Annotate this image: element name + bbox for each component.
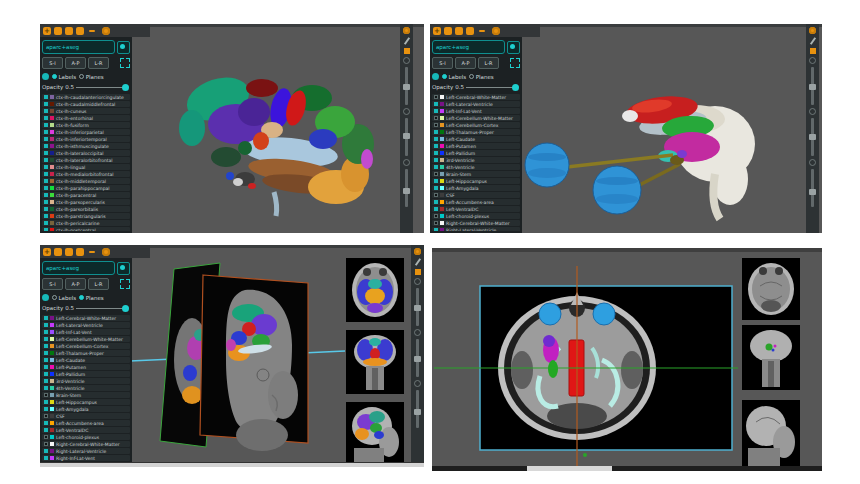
structure-row[interactable]: 4th-Ventricle [432, 164, 520, 170]
view-ap-button[interactable]: A-P [65, 278, 86, 290]
visibility-checkbox[interactable] [44, 414, 48, 418]
structure-row[interactable]: ctx-lh-lateralorbitofrontal [42, 157, 130, 163]
view-si-button[interactable]: S-I [42, 57, 63, 69]
palette-icon[interactable] [507, 41, 520, 54]
rotation-slider-y[interactable] [405, 118, 408, 156]
structure-row[interactable]: Left-Caudate [432, 136, 520, 142]
visibility-checkbox[interactable] [44, 151, 48, 155]
structure-row[interactable]: Brain-Stem [42, 392, 130, 398]
minimize-icon[interactable] [89, 30, 95, 32]
visibility-checkbox[interactable] [44, 344, 48, 348]
move-icon[interactable]: + [43, 27, 51, 35]
structure-row[interactable]: ctx-lh-caudalmiddlefrontal [42, 101, 130, 107]
structure-row[interactable]: Left-Cerebral-White-Matter [42, 315, 130, 321]
fit-view-icon[interactable] [510, 58, 520, 68]
palette-icon[interactable] [117, 262, 130, 275]
opacity-knob[interactable] [512, 84, 519, 91]
settings-icon[interactable] [809, 27, 816, 34]
settings-icon[interactable] [102, 248, 110, 256]
visibility-checkbox[interactable] [44, 323, 48, 327]
thumbnail-coronal[interactable] [742, 325, 800, 390]
structure-row[interactable]: ctx-lh-parstriangularis [42, 213, 130, 219]
slider-handle[interactable] [809, 84, 816, 90]
visibility-checkbox[interactable] [434, 123, 438, 127]
visibility-checkbox[interactable] [434, 186, 438, 190]
structure-row[interactable]: Left-Amygdala [432, 185, 520, 191]
visibility-checkbox[interactable] [434, 102, 438, 106]
visibility-checkbox[interactable] [434, 165, 438, 169]
fit-view-icon[interactable] [120, 58, 130, 68]
visibility-checkbox[interactable] [434, 221, 438, 225]
visibility-checkbox[interactable] [44, 456, 48, 460]
structure-row[interactable]: Left-Hippocampus [42, 399, 130, 405]
structure-row[interactable]: Left-Caudate [42, 357, 130, 363]
visibility-checkbox[interactable] [434, 172, 438, 176]
color-swatch-icon[interactable] [404, 48, 410, 54]
visibility-checkbox[interactable] [44, 449, 48, 453]
visibility-checkbox[interactable] [44, 207, 48, 211]
structure-row[interactable]: Brain-Stem [432, 171, 520, 177]
visibility-checkbox[interactable] [434, 214, 438, 218]
visibility-checkbox[interactable] [44, 365, 48, 369]
color-swatch-icon[interactable] [810, 48, 816, 54]
structure-row[interactable]: Right-Lateral-Ventricle [42, 448, 130, 454]
palette-icon[interactable] [117, 41, 130, 54]
rotation-slider-x[interactable] [416, 288, 419, 326]
color-swatch-icon[interactable] [415, 269, 421, 275]
visibility-checkbox[interactable] [44, 116, 48, 120]
visibility-checkbox[interactable] [44, 144, 48, 148]
structure-row[interactable]: Left-Cerebellum-White-Matter [432, 115, 520, 121]
visibility-checkbox[interactable] [44, 172, 48, 176]
measure-icon[interactable] [809, 37, 815, 45]
measure-icon[interactable] [414, 258, 420, 266]
visibility-checkbox[interactable] [434, 109, 438, 113]
rotate-reset-icon[interactable] [403, 159, 410, 166]
visibility-checkbox[interactable] [434, 228, 438, 231]
opacity-knob[interactable] [122, 305, 129, 312]
thumbnail-axial[interactable] [346, 258, 404, 322]
structure-row[interactable]: Left-Cerebral-White-Matter [432, 94, 520, 100]
radio-labels[interactable]: Labels [442, 74, 466, 80]
structure-row[interactable]: Left-choroid-plexus [432, 213, 520, 219]
rotation-slider-x[interactable] [811, 67, 814, 105]
visibility-checkbox[interactable] [434, 200, 438, 204]
slider-handle[interactable] [414, 356, 421, 362]
visibility-toggle-icon[interactable] [42, 73, 49, 80]
open-folder-icon[interactable] [466, 27, 474, 35]
visibility-checkbox[interactable] [44, 372, 48, 376]
structure-row[interactable]: ctx-lh-cuneus [42, 108, 130, 114]
move-icon[interactable]: + [433, 27, 441, 35]
structure-row[interactable]: ctx-lh-parahippocampal [42, 185, 130, 191]
visibility-checkbox[interactable] [434, 179, 438, 183]
rotate-reset-icon[interactable] [809, 159, 816, 166]
visibility-checkbox[interactable] [44, 95, 48, 99]
structure-row[interactable]: 3rd-Ventricle [432, 157, 520, 163]
rotation-slider-z[interactable] [416, 390, 419, 428]
export-icon[interactable] [65, 248, 73, 256]
rotate-reset-icon[interactable] [414, 380, 421, 387]
structure-row[interactable]: 4th-Ventricle [42, 385, 130, 391]
opacity-slider[interactable] [76, 87, 126, 88]
structure-row[interactable]: Left-Cerebellum-Cortex [42, 343, 130, 349]
view-si-button[interactable]: S-I [42, 278, 63, 290]
structure-row[interactable]: ctx-lh-parsopercularis [42, 199, 130, 205]
visibility-checkbox[interactable] [44, 137, 48, 141]
structure-row[interactable]: Left-Accumbens-area [42, 420, 130, 426]
visibility-checkbox[interactable] [44, 221, 48, 225]
radio-labels[interactable]: Labels [52, 295, 76, 301]
visibility-checkbox[interactable] [44, 179, 48, 183]
structure-row[interactable]: Left-Pallidum [42, 371, 130, 377]
visibility-checkbox[interactable] [44, 102, 48, 106]
structure-row[interactable]: Right-Cerebral-White-Matter [42, 441, 130, 447]
slider-handle[interactable] [414, 409, 421, 415]
visibility-checkbox[interactable] [44, 421, 48, 425]
slider-handle[interactable] [809, 189, 816, 195]
minimize-icon[interactable] [479, 30, 485, 32]
settings-icon[interactable] [492, 27, 500, 35]
structure-row[interactable]: ctx-lh-lateraloccipital [42, 150, 130, 156]
atlas-selector[interactable]: aparc+aseg [432, 40, 505, 54]
thumbnail-coronal[interactable] [346, 330, 404, 394]
structure-row[interactable]: ctx-lh-inferiorparietal [42, 129, 130, 135]
visibility-checkbox[interactable] [44, 386, 48, 390]
structure-row[interactable]: ctx-lh-fusiform [42, 122, 130, 128]
